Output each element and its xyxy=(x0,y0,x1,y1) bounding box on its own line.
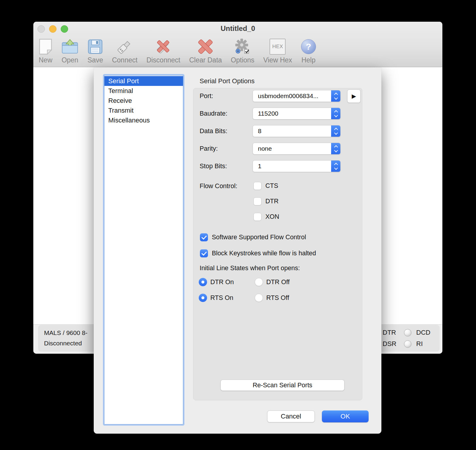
toolbar-open-button[interactable]: Open xyxy=(61,38,79,64)
dtr-off-radio-row: DTR Off xyxy=(255,278,289,286)
port-field-row: Port: usbmodem0006834... xyxy=(200,90,365,102)
dtr-on-label: DTR On xyxy=(210,279,234,286)
baudrate-select[interactable]: 115200 xyxy=(253,108,341,119)
dtr-on-radio-row: DTR On xyxy=(199,278,234,286)
clear-data-x-icon xyxy=(197,38,214,56)
toolbar-label: Clear Data xyxy=(189,56,222,64)
toolbar: New Open xyxy=(39,38,316,64)
new-document-icon xyxy=(39,38,52,56)
toolbar-options-button[interactable]: Options xyxy=(231,38,254,64)
block-keystrokes-row: Block Keystrokes while flow is halted xyxy=(200,249,316,257)
parity-select[interactable]: none xyxy=(253,143,341,155)
block-keystrokes-label: Block Keystrokes while flow is halted xyxy=(212,250,316,257)
help-icon-glyph: ? xyxy=(301,39,316,54)
help-question-icon: ? xyxy=(301,38,316,56)
dtr-on-radio[interactable] xyxy=(199,278,207,286)
dtr-checkbox[interactable] xyxy=(253,197,262,205)
usb-connect-icon xyxy=(116,38,133,56)
toolbar-clear-data-button[interactable]: Clear Data xyxy=(189,38,222,64)
toolbar-label: Help xyxy=(301,56,315,64)
stopbits-select[interactable]: 1 xyxy=(253,160,341,172)
port-value: usbmodem0006834... xyxy=(258,92,318,100)
ri-led-indicator xyxy=(404,340,411,348)
category-item-receive[interactable]: Receive xyxy=(104,96,183,106)
software-flow-row: Software Supported Flow Control xyxy=(200,233,306,241)
dcd-led-indicator xyxy=(404,329,411,336)
toolbar-label: Connect xyxy=(112,56,137,64)
panel-heading: Serial Port Options xyxy=(200,77,255,85)
cts-checkbox[interactable] xyxy=(253,182,262,190)
xon-checkbox[interactable] xyxy=(253,213,262,221)
stepper-icon xyxy=(331,125,341,137)
options-dialog: Serial Port Terminal Receive Transmit Mi… xyxy=(94,67,381,434)
rts-on-radio[interactable] xyxy=(199,294,207,302)
block-keystrokes-checkbox[interactable] xyxy=(200,249,208,257)
hex-icon-text: HEX xyxy=(270,39,286,55)
parity-label: Parity: xyxy=(200,145,253,152)
rts-on-radio-row: RTS On xyxy=(199,294,233,302)
rts-off-radio-row: RTS Off xyxy=(255,294,289,302)
toolbar-disconnect-button[interactable]: Disconnect xyxy=(146,38,180,64)
category-item-miscellaneous[interactable]: Miscellaneous xyxy=(104,115,183,125)
dtr-indicator-label: DTR xyxy=(383,329,404,336)
cancel-button[interactable]: Cancel xyxy=(267,410,315,422)
xon-checkbox-row: XON xyxy=(253,213,279,221)
baudrate-label: Baudrate: xyxy=(200,110,253,117)
port-select[interactable]: usbmodem0006834... xyxy=(253,90,341,102)
stepper-icon xyxy=(331,90,341,102)
options-gears-icon xyxy=(234,38,251,56)
toolbar-new-button[interactable]: New xyxy=(39,38,52,64)
toolbar-label: View Hex xyxy=(263,56,292,64)
hex-icon: HEX xyxy=(270,38,286,56)
databits-field-row: Data Bits: 8 xyxy=(200,125,365,137)
databits-value: 8 xyxy=(258,128,262,135)
window-header: Untitled_0 New xyxy=(33,22,442,67)
dtr-off-radio[interactable] xyxy=(255,278,263,286)
rts-on-label: RTS On xyxy=(210,294,233,302)
stepper-icon xyxy=(331,143,341,155)
rescan-serial-ports-button[interactable]: Re-Scan Serial Ports xyxy=(220,380,345,391)
toolbar-help-button[interactable]: ? Help xyxy=(301,38,316,64)
port-label: Port: xyxy=(200,92,253,100)
category-item-terminal[interactable]: Terminal xyxy=(104,86,183,96)
dcd-indicator-label: DCD xyxy=(416,329,430,336)
stepper-icon xyxy=(331,108,341,119)
databits-select[interactable]: 8 xyxy=(253,125,341,137)
rts-off-label: RTS Off xyxy=(266,294,289,302)
stopbits-field-row: Stop Bits: 1 xyxy=(200,160,365,172)
stepper-icon xyxy=(331,160,341,172)
save-floppy-icon xyxy=(88,38,103,56)
category-item-transmit[interactable]: Transmit xyxy=(104,106,183,115)
toolbar-label: Open xyxy=(62,56,78,64)
toolbar-label: Save xyxy=(87,56,103,64)
databits-label: Data Bits: xyxy=(200,128,253,135)
ri-indicator-label: RI xyxy=(416,340,423,348)
xon-checkbox-label: XON xyxy=(265,213,279,221)
baudrate-field-row: Baudrate: 115200 xyxy=(200,108,365,119)
usb-disconnect-icon xyxy=(155,38,172,56)
line-states-heading: Initial Line States when Port opens: xyxy=(200,265,300,272)
toolbar-view-hex-button[interactable]: HEX View Hex xyxy=(263,38,292,64)
toolbar-label: Disconnect xyxy=(146,56,180,64)
toolbar-label: Options xyxy=(231,56,254,64)
software-flow-label: Software Supported Flow Control xyxy=(212,234,306,241)
dsr-indicator-label: DSR xyxy=(383,340,404,348)
dtr-checkbox-row: DTR xyxy=(253,197,278,205)
toolbar-save-button[interactable]: Save xyxy=(87,38,103,64)
toolbar-connect-button[interactable]: Connect xyxy=(112,38,137,64)
window-title: Untitled_0 xyxy=(33,24,442,33)
toolbar-label: New xyxy=(39,56,52,64)
software-flow-checkbox[interactable] xyxy=(200,233,208,241)
port-detail-button[interactable]: ▶ xyxy=(347,89,361,103)
category-item-serial-port[interactable]: Serial Port xyxy=(104,76,183,86)
baudrate-value: 115200 xyxy=(258,110,278,117)
parity-value: none xyxy=(258,145,272,152)
dtr-checkbox-label: DTR xyxy=(265,198,278,205)
parity-field-row: Parity: none xyxy=(200,143,365,155)
cts-checkbox-label: CTS xyxy=(265,182,278,190)
stopbits-label: Stop Bits: xyxy=(200,163,253,170)
dtr-off-label: DTR Off xyxy=(266,279,289,286)
ok-button[interactable]: OK xyxy=(322,410,369,422)
rts-off-radio[interactable] xyxy=(255,294,263,302)
cts-checkbox-row: CTS xyxy=(253,182,278,190)
